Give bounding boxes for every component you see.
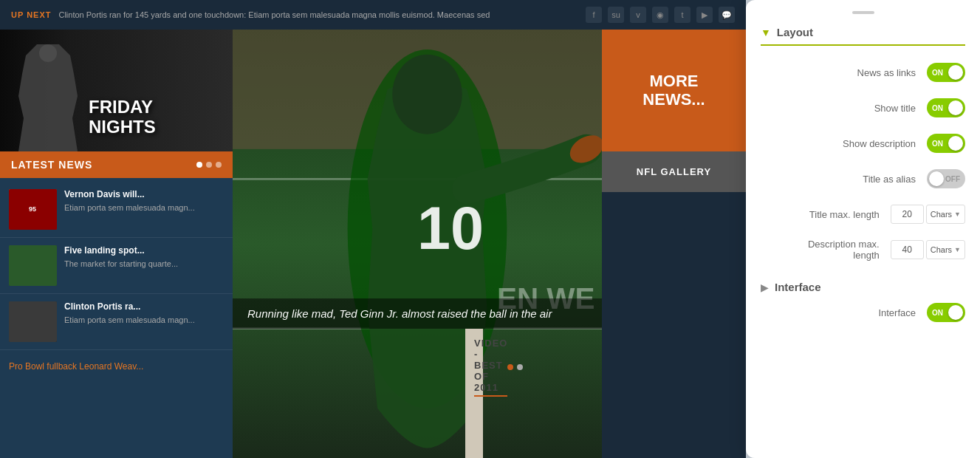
svg-rect-3 — [9, 245, 57, 286]
layout-arrow-icon: ▼ — [761, 27, 771, 38]
facebook-icon: f — [586, 7, 602, 23]
show-title-state: ON — [932, 104, 943, 112]
twitter-icon: t — [674, 7, 691, 23]
layout-section-title: Layout — [777, 26, 813, 38]
news-as-links-state: ON — [932, 69, 943, 77]
stumbleupon-icon: su — [608, 7, 624, 23]
youtube-icon: ▶ — [696, 7, 713, 23]
interface-state: ON — [932, 309, 943, 317]
social-icons: f su v ◉ t ▶ 💬 — [586, 7, 735, 23]
show-title-toggle[interactable]: ON — [927, 98, 965, 117]
news-dots — [196, 162, 222, 168]
news-as-links-row: News as links ON — [761, 61, 965, 84]
video-dots — [507, 364, 523, 370]
news-thumb-img-2 — [9, 245, 57, 286]
interface-section-header[interactable]: ▶ Interface — [761, 273, 965, 301]
chat-icon: 💬 — [719, 7, 735, 23]
desc-max-unit-label: Chars — [931, 245, 952, 254]
title-max-length-row: Title max. length Chars ▼ — [761, 202, 965, 226]
news-item-excerpt-3: Etiam porta sem malesuada magn... — [64, 315, 195, 325]
interface-section: ▶ Interface Interface ON — [761, 273, 965, 324]
desc-max-unit-select[interactable]: Chars ▼ — [926, 240, 965, 259]
friday-nights-text: FRIDAY NIGHTS — [89, 98, 156, 137]
title-as-alias-toggle[interactable]: OFF — [927, 169, 965, 188]
latest-news-title: LATEST NEWS — [11, 159, 92, 171]
news-item-title-2: Five landing spot... — [64, 245, 178, 256]
news-items-list: 95 Vernon Davis will... Etiam porta sem … — [0, 178, 233, 354]
pro-bowl-link[interactable]: Pro Bowl fullback Leonard Weav... — [0, 354, 233, 379]
ticker-bar: UP NEXT Clinton Portis ran for 145 yards… — [0, 0, 746, 30]
dot-3 — [216, 162, 222, 168]
dot-1 — [196, 162, 202, 168]
player-silhouette — [7, 44, 89, 151]
desc-max-input[interactable] — [891, 240, 924, 259]
news-item-title-1: Vernon Davis will... — [64, 189, 195, 199]
layout-section-header: ▼ Layout — [761, 26, 965, 46]
dot-2 — [206, 162, 212, 168]
news-thumb-1: 95 — [9, 189, 57, 230]
settings-panel: ▼ Layout News as links ON Show title ON … — [746, 0, 980, 458]
desc-max-length-label: Description max. — [761, 239, 880, 250]
title-max-unit-select[interactable]: Chars ▼ — [926, 205, 965, 224]
interface-toggle[interactable]: ON — [927, 303, 965, 322]
news-item-title-3: Clinton Portis ra... — [64, 301, 195, 312]
title-max-dropdown-icon: ▼ — [954, 211, 961, 218]
interface-knob — [948, 305, 963, 320]
center-hero: 10 EN WE Running like mad, Ted Ginn Jr. … — [233, 30, 602, 458]
desc-max-dropdown-icon: ▼ — [954, 246, 961, 253]
svg-text:95: 95 — [29, 205, 36, 213]
hero-image: 10 EN WE — [233, 30, 602, 458]
show-description-label: Show description — [761, 138, 927, 149]
video-section: VIDEO - BEST OF 2011 86 62 — [465, 329, 483, 458]
show-title-label: Show title — [761, 103, 927, 114]
news-thumb-img-3 — [9, 301, 57, 342]
news-item-excerpt-1: Etiam porta sem malesuada magn... — [64, 202, 195, 213]
panel-handle — [852, 11, 874, 14]
news-as-links-label: News as links — [761, 67, 927, 78]
desc-max-length-row: Description max. length Chars ▼ — [761, 238, 965, 262]
interface-arrow-icon: ▶ — [761, 281, 769, 293]
title-max-input[interactable] — [891, 205, 924, 224]
svg-text:10: 10 — [417, 195, 484, 262]
ticker-text: Clinton Portis ran for 145 yards and one… — [58, 10, 490, 19]
news-item-1[interactable]: 95 Vernon Davis will... Etiam porta sem … — [0, 182, 233, 238]
svg-rect-4 — [9, 301, 57, 342]
rss-icon: ◉ — [652, 7, 668, 23]
video-dot-2 — [517, 364, 523, 370]
interface-section-title: Interface — [775, 281, 821, 293]
title-max-unit-label: Chars — [931, 210, 952, 219]
desc-max-input-group: Chars ▼ — [891, 240, 965, 259]
nfl-gallery-button[interactable]: NFL GALLERY — [602, 151, 746, 192]
latest-news-header: LATEST NEWS — [0, 151, 233, 178]
show-description-state: ON — [932, 140, 943, 148]
show-title-row: Show title ON — [761, 96, 965, 120]
news-text-2: Five landing spot... The market for star… — [64, 245, 178, 286]
interface-row: Interface ON — [761, 301, 965, 324]
ticker-label: UP NEXT — [11, 10, 51, 19]
title-max-length-label: Title max. length — [761, 209, 891, 220]
news-item-2[interactable]: Five landing spot... The market for star… — [0, 238, 233, 294]
show-description-knob — [948, 136, 963, 151]
hero-banner: FRIDAY NIGHTS — [0, 30, 233, 151]
panel-content: ▼ Layout News as links ON Show title ON … — [746, 0, 980, 351]
news-item-3[interactable]: Clinton Portis ra... Etiam porta sem mal… — [0, 294, 233, 350]
news-thumb-3 — [9, 301, 57, 342]
svg-point-10 — [392, 55, 462, 134]
vimeo-icon: v — [630, 7, 646, 23]
video-section-title: VIDEO - BEST OF 2011 — [474, 338, 507, 397]
main-content: FRIDAY NIGHTS LATEST NEWS 95 — [0, 30, 746, 458]
title-as-alias-label: Title as alias — [761, 174, 927, 185]
show-description-row: Show description ON — [761, 131, 965, 155]
video-dot-1 — [507, 364, 513, 370]
more-news-button[interactable]: MORE NEWS... — [602, 30, 746, 151]
hero-caption: Running like mad, Ted Ginn Jr. almost ra… — [233, 298, 602, 329]
title-as-alias-row: Title as alias OFF — [761, 167, 965, 191]
website-preview: UP NEXT Clinton Portis ran for 145 yards… — [0, 0, 746, 458]
news-text-3: Clinton Portis ra... Etiam porta sem mal… — [64, 301, 195, 342]
news-thumb-2 — [9, 245, 57, 286]
news-thumb-img-1: 95 — [9, 189, 57, 230]
news-item-excerpt-2: The market for starting quarte... — [64, 259, 178, 269]
show-description-toggle[interactable]: ON — [927, 134, 965, 153]
news-as-links-toggle[interactable]: ON — [927, 63, 965, 82]
title-as-alias-state: OFF — [945, 175, 960, 183]
